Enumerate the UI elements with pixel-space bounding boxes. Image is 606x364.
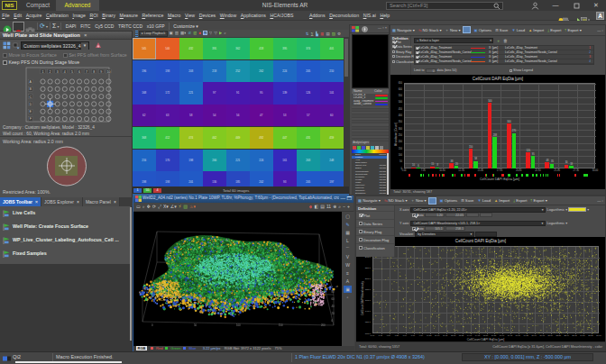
toolbar-save[interactable]: ⊞ Save bbox=[495, 25, 508, 36]
heatmap-cell[interactable]: 58 bbox=[179, 105, 203, 126]
heatmap-cell[interactable]: 185 bbox=[226, 171, 250, 187]
x-max-input[interactable]: 22.05 bbox=[445, 213, 465, 217]
text-tool-icon[interactable]: A bbox=[344, 278, 352, 285]
heatmap-cell[interactable]: 221 bbox=[179, 82, 203, 104]
menu-addons[interactable]: Addons bbox=[308, 11, 327, 21]
add-layer-icon[interactable]: ＋ bbox=[496, 38, 500, 43]
settings-icon[interactable]: ⚙ bbox=[337, 31, 341, 37]
toolbar-export[interactable]: ⤓ Export bbox=[547, 25, 561, 36]
tab-advanced[interactable]: Advanced bbox=[56, 0, 99, 11]
heatmap-cell[interactable]: 395 bbox=[273, 38, 297, 59]
grid3d-icon[interactable]: ▦ bbox=[344, 229, 352, 236]
play-icon[interactable]: ▶ bbox=[219, 30, 222, 36]
heatmap-cell[interactable]: 462 bbox=[203, 127, 226, 149]
flame-icon[interactable]: ♨▾ bbox=[189, 203, 196, 210]
move-to-focus-checkbox[interactable] bbox=[3, 53, 7, 58]
jobs-tab-jobs-toolbar[interactable]: JOBS Toolbar× bbox=[0, 197, 41, 206]
heatmap-cell[interactable]: 202 bbox=[250, 171, 273, 187]
optical-config-fitc[interactable]: FITC bbox=[78, 21, 93, 32]
heatmap-cell[interactable]: 266 bbox=[203, 150, 226, 171]
heatmap-cell[interactable]: 60 bbox=[320, 105, 344, 126]
plate-grid-icon[interactable] bbox=[3, 41, 11, 50]
x-unit-input[interactable] bbox=[480, 213, 492, 217]
volume-colormap-icon[interactable]: ▧ bbox=[183, 203, 188, 210]
jobs-item[interactable]: Fixed Samples bbox=[0, 247, 131, 260]
layer-row[interactable]: Seeds_Control bbox=[352, 103, 389, 105]
tab-compact[interactable]: Compact bbox=[20, 0, 56, 11]
layout-icon[interactable]: ▦▾ bbox=[180, 30, 187, 36]
menu-macro[interactable]: Macro bbox=[166, 11, 183, 21]
scale-icon[interactable]: ⤢ bbox=[158, 203, 161, 210]
series-color-swatch[interactable] bbox=[568, 207, 586, 212]
heatmap-cell[interactable]: 218 bbox=[203, 60, 226, 82]
menu-calibration[interactable]: Calibration bbox=[44, 11, 70, 21]
heatmap-grid[interactable]: 5655404323913624183953744011961932032182… bbox=[133, 38, 344, 187]
lut-icon[interactable] bbox=[380, 146, 383, 150]
heatmap-cell[interactable]: 62 bbox=[133, 105, 156, 126]
heatmap-cell[interactable]: 431 bbox=[297, 127, 320, 149]
heatmap-cell[interactable]: 210 bbox=[320, 60, 344, 82]
heatmap-cell[interactable]: 262 bbox=[250, 60, 273, 82]
sidebar-item-decoration-flag[interactable]: Decoration Flag bbox=[356, 235, 394, 243]
loop-playback-button[interactable]: ▸ Loop Playback bbox=[139, 31, 168, 37]
y-max-input[interactable]: 258.1 bbox=[445, 226, 465, 231]
heatmap-cell[interactable]: 412 bbox=[156, 127, 179, 149]
toolbar-save[interactable]: ⊞ Save bbox=[461, 196, 473, 205]
menu-edit[interactable]: Edit bbox=[12, 11, 24, 21]
menu-view[interactable]: View bbox=[183, 11, 197, 21]
x-min-input[interactable]: 1.20 bbox=[425, 213, 445, 217]
chart-icon[interactable]: ▙ bbox=[316, 31, 318, 37]
heatmap-cell[interactable]: 374 bbox=[297, 38, 320, 59]
heatmap-cell[interactable]: 221 bbox=[226, 150, 250, 171]
refresh-icon[interactable]: ⟳ ▾ bbox=[40, 21, 48, 32]
cube-icon[interactable]: ▢ bbox=[344, 213, 352, 220]
compass-icon[interactable] bbox=[362, 26, 368, 32]
zoom-in-icon[interactable]: ⌕ bbox=[338, 203, 341, 210]
search-input[interactable]: Search [Ctrl+F3] bbox=[386, 2, 503, 10]
channel-green-label[interactable]: Green bbox=[165, 346, 180, 350]
layer-select[interactable]: + Select a layer ▾ bbox=[414, 38, 493, 43]
lut-icon[interactable] bbox=[375, 146, 379, 150]
layers-preview[interactable] bbox=[352, 34, 389, 88]
toolbar-new-[interactable]: ＋ New ▾ bbox=[445, 25, 461, 36]
wellplate-diagram[interactable]: 12345678910ABCDEF bbox=[0, 65, 133, 124]
series-row[interactable]: LvCells_4Day_Treatment/Seeds_ControlX: [… bbox=[415, 59, 593, 64]
jobs-item[interactable]: Well Plate: Create Focus Surface bbox=[0, 220, 131, 233]
menu-hca-jobs[interactable]: HCA/JOBS bbox=[268, 11, 296, 21]
toolbar-nd-stack-[interactable]: ⇆ ND Stack ▾ bbox=[418, 25, 442, 36]
heatmap-cell[interactable]: 197 bbox=[320, 171, 344, 187]
heatmap-cell[interactable]: 401 bbox=[320, 38, 344, 59]
limit-input[interactable]: 0 bbox=[426, 68, 436, 73]
feature-tree-row[interactable]: Elongation[Mean] bbox=[352, 192, 389, 195]
tab-close-icon[interactable]: × bbox=[35, 199, 38, 205]
tab-close-icon[interactable]: × bbox=[114, 199, 116, 205]
toolbar-export[interactable]: ⤓ Export bbox=[513, 196, 527, 205]
heatmap-cell[interactable]: 198 bbox=[179, 150, 203, 171]
y-min-input[interactable]: 105.1 bbox=[425, 226, 445, 231]
heatmap-cell[interactable]: 362 bbox=[226, 38, 250, 59]
toolbar-new-[interactable]: ＋ New ▾ bbox=[411, 196, 427, 205]
stage-move-icon[interactable] bbox=[94, 41, 103, 50]
heatmap-cell[interactable]: 47 bbox=[250, 105, 273, 126]
sidebar-item-data-series[interactable]: Data Series bbox=[356, 219, 394, 227]
heatmap-cell[interactable]: 95 bbox=[250, 82, 273, 104]
blue-channel-icon[interactable]: ■ bbox=[203, 31, 207, 35]
toolbar-nd-stack-[interactable]: ⇆ ND Stack ▾ bbox=[384, 196, 408, 205]
heatmap-cell[interactable]: 170 bbox=[156, 150, 179, 171]
rotate-icon[interactable]: ⟳ bbox=[152, 203, 156, 210]
toolbar-navigate-[interactable]: ▦ Navigate ▾ bbox=[358, 196, 381, 205]
heatmap-cell[interactable]: 198 bbox=[133, 171, 156, 187]
menu-measure[interactable]: Measure bbox=[117, 11, 140, 21]
toolbar-import[interactable]: ▲ Import bbox=[528, 25, 544, 36]
jobs-item[interactable]: Live Cells bbox=[0, 206, 131, 220]
channel-red-label[interactable]: Red bbox=[151, 346, 162, 350]
heatmap-scroll-thumb[interactable] bbox=[344, 39, 348, 77]
export-icon[interactable]: ▨ bbox=[332, 31, 335, 37]
heatmap-cell[interactable]: 196 bbox=[133, 60, 156, 82]
selected-view-icon[interactable] bbox=[463, 26, 471, 33]
heatmap-cell[interactable]: 368 bbox=[133, 127, 156, 149]
sidebar-item-binary-flag[interactable]: Binary Flag bbox=[356, 227, 394, 235]
columns-icon[interactable]: ▥ bbox=[175, 30, 179, 36]
heatmap-cell[interactable]: 263 bbox=[297, 150, 320, 171]
toolbar-load[interactable]: ▼ Load bbox=[511, 25, 525, 36]
